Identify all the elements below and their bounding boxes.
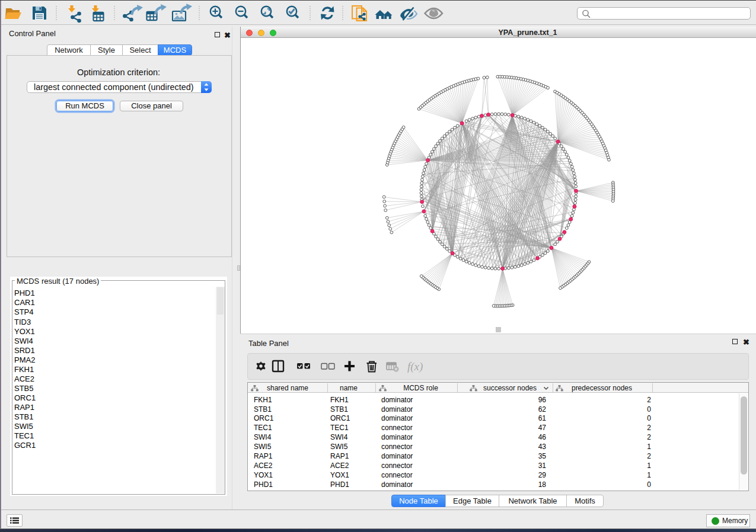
svg-text:f(x): f(x) bbox=[407, 360, 423, 373]
